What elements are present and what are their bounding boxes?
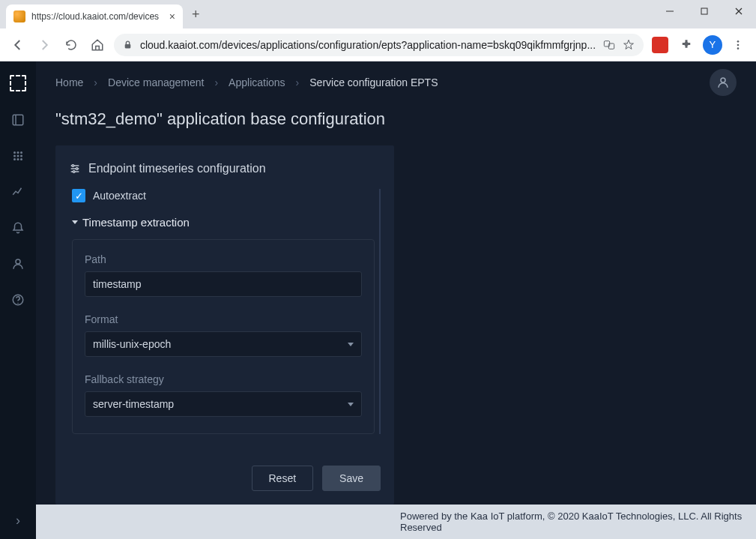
breadcrumb-current: Service configuration EPTS: [309, 76, 438, 88]
address-bar: cloud.kaaiot.com/devices/applications/co…: [0, 28, 756, 61]
lock-icon: [123, 40, 133, 49]
svg-point-8: [737, 43, 740, 46]
sidebar-alerts-icon[interactable]: [10, 220, 25, 235]
svg-point-19: [17, 158, 19, 160]
browser-title-bar: https://cloud.kaaiot.com/devices × +: [0, 0, 756, 28]
url-input[interactable]: cloud.kaaiot.com/devices/applications/co…: [114, 34, 644, 56]
fallback-value: server-timestamp: [93, 398, 174, 410]
fallback-label: Fallback strategy: [85, 373, 362, 385]
save-button[interactable]: Save: [322, 466, 381, 491]
reset-button[interactable]: Reset: [252, 466, 314, 491]
fallback-select[interactable]: server-timestamp: [85, 391, 362, 417]
path-input[interactable]: [85, 271, 362, 297]
svg-point-21: [16, 259, 20, 264]
svg-point-18: [13, 158, 16, 160]
close-window-button[interactable]: [722, 0, 756, 22]
timestamp-section-header[interactable]: Timestamp extraction: [72, 216, 375, 229]
svg-point-17: [20, 155, 22, 157]
autoextract-row: ✓ Autoextract: [72, 189, 375, 202]
svg-point-7: [737, 40, 740, 43]
breadcrumb-home[interactable]: Home: [55, 76, 83, 88]
reload-button[interactable]: [61, 34, 81, 55]
app-sidebar: ›: [0, 61, 36, 539]
breadcrumb-applications[interactable]: Applications: [229, 76, 285, 88]
window-controls: [653, 0, 756, 22]
svg-point-13: [17, 151, 19, 154]
button-row: Reset Save: [69, 466, 381, 491]
svg-point-23: [17, 303, 19, 304]
chevron-down-icon: [348, 343, 354, 346]
url-text: cloud.kaaiot.com/devices/applications/co…: [140, 39, 596, 51]
svg-point-24: [721, 78, 725, 82]
timestamp-form: Path Format millis-unix-epoch: [72, 239, 375, 434]
autoextract-label: Autoextract: [93, 190, 146, 202]
sidebar-user-icon[interactable]: [10, 256, 25, 271]
maximize-button[interactable]: [687, 0, 722, 22]
menu-icon[interactable]: [728, 34, 749, 55]
chevron-down-icon: [348, 403, 354, 406]
chevron-right-icon: ›: [94, 76, 97, 88]
chevron-right-icon: ›: [214, 76, 218, 88]
section-title: Timestamp extraction: [82, 216, 190, 229]
user-menu-avatar[interactable]: [710, 69, 737, 96]
sidebar-help-icon[interactable]: [10, 292, 25, 307]
favicon-icon: [13, 10, 25, 22]
svg-point-12: [13, 151, 16, 154]
panel-title: Endpoint timeseries configuration: [88, 162, 266, 175]
svg-point-9: [737, 47, 740, 49]
config-panel: Endpoint timeseries configuration ✓ Auto…: [55, 145, 394, 505]
svg-point-14: [20, 151, 22, 154]
caret-down-icon: [72, 220, 78, 224]
tab-title: https://cloud.kaaiot.com/devices: [31, 11, 163, 22]
svg-rect-1: [701, 8, 707, 14]
autoextract-checkbox[interactable]: ✓: [72, 189, 85, 202]
home-button[interactable]: [87, 34, 107, 55]
translate-icon[interactable]: [603, 39, 615, 51]
sidebar-analytics-icon[interactable]: [10, 184, 25, 199]
star-icon[interactable]: [623, 39, 635, 51]
minimize-button[interactable]: [653, 0, 687, 22]
extension-red-icon[interactable]: [650, 34, 670, 55]
breadcrumb-device-management[interactable]: Device management: [108, 76, 204, 88]
browser-tab[interactable]: https://cloud.kaaiot.com/devices ×: [6, 4, 183, 28]
settings-icon: [69, 163, 81, 175]
format-label: Format: [85, 313, 362, 325]
svg-point-28: [72, 165, 74, 167]
format-select[interactable]: millis-unix-epoch: [85, 331, 362, 357]
panel-header: Endpoint timeseries configuration: [69, 162, 381, 175]
svg-point-16: [17, 155, 19, 157]
back-button[interactable]: [7, 34, 28, 55]
profile-avatar[interactable]: Y: [703, 35, 722, 55]
app-logo-icon[interactable]: [10, 75, 26, 91]
sidebar-dashboard-icon[interactable]: [10, 112, 25, 127]
svg-rect-10: [13, 115, 23, 125]
sidebar-expand-icon[interactable]: ›: [16, 502, 20, 539]
format-value: millis-unix-epoch: [93, 338, 171, 350]
forward-button[interactable]: [34, 34, 54, 55]
breadcrumb-bar: Home › Device management › Applications …: [36, 61, 756, 103]
svg-rect-4: [125, 44, 131, 48]
extensions-icon[interactable]: [677, 34, 697, 55]
path-label: Path: [85, 253, 362, 265]
page-title: "stm32_demo" application base configurat…: [55, 109, 737, 129]
svg-point-29: [76, 168, 78, 170]
chevron-right-icon: ›: [296, 76, 300, 88]
sidebar-grid-icon[interactable]: [10, 148, 25, 163]
footer-text: Powered by the Kaa IoT platform, © 2020 …: [36, 505, 756, 539]
close-tab-icon[interactable]: ×: [169, 10, 175, 22]
svg-point-30: [73, 171, 75, 173]
new-tab-button[interactable]: +: [192, 7, 200, 22]
svg-point-15: [13, 155, 16, 157]
svg-point-20: [20, 158, 22, 160]
